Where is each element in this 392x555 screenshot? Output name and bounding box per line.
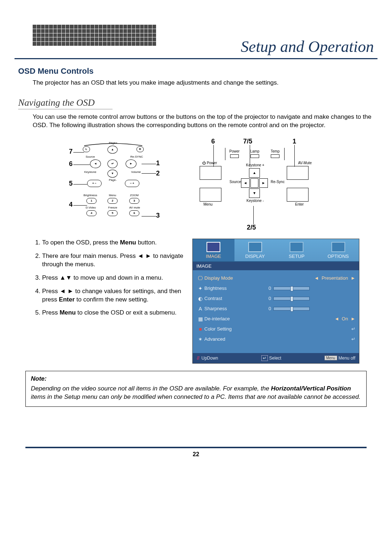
remote-source-label: Source bbox=[86, 155, 95, 158]
osd-body: 🖵 Display Mode ◄ Presentation ► ✦ Bright… bbox=[193, 270, 359, 353]
section-intro: The projector has an OSD that lets you m… bbox=[33, 79, 374, 87]
steps-list: To open the OSD, press the Menu button. … bbox=[33, 239, 185, 323]
osd-tab-image: IMAGE bbox=[193, 239, 234, 261]
enter-icon: ↵ bbox=[351, 326, 355, 332]
remote-pageup-button: ▲ bbox=[107, 146, 118, 154]
header-rule bbox=[15, 58, 377, 59]
remote-avmute-label: AV mute bbox=[129, 206, 140, 209]
osd-tab-image-label: IMAGE bbox=[206, 254, 221, 259]
note-body: Depending on the video source not all it… bbox=[31, 385, 360, 400]
remote-keystone-rocker: + − bbox=[87, 180, 102, 187]
deinterlace-icon: ▦ bbox=[196, 316, 204, 322]
osd-tab-setup-label: SETUP bbox=[289, 254, 305, 259]
remote-enter-button: ↵ bbox=[107, 159, 118, 168]
remote-callout-5: 5 bbox=[69, 180, 73, 187]
osd-footer-select: ↵Select bbox=[261, 355, 281, 361]
remote-btn-6: 6 bbox=[129, 210, 139, 216]
osd-tab-options-label: OPTIONS bbox=[327, 254, 349, 259]
panel-menu-label: Menu bbox=[199, 202, 217, 206]
step-2: There are four main menus. Press ◄ ► to … bbox=[42, 252, 185, 269]
panel-source-label: Source bbox=[226, 180, 241, 184]
remote-volume-label: Volume bbox=[131, 170, 141, 174]
osd-row-color-setting: ■ Color Setting ↵ bbox=[196, 324, 355, 334]
color-setting-icon: ■ bbox=[196, 326, 204, 332]
panel-right-button: ► bbox=[259, 178, 268, 188]
setup-tab-icon bbox=[290, 242, 303, 252]
osd-footer-menuoff: MenuMenu off bbox=[324, 356, 356, 361]
remote-zoom-label: ZOOM bbox=[130, 194, 139, 197]
osd-row-brightness: ✦ Brightness 0 bbox=[196, 283, 355, 293]
nav-intro: You can use the remote control arrow but… bbox=[33, 113, 374, 130]
panel-callout-1: 1 bbox=[293, 138, 296, 145]
remote-menu-label: Menu bbox=[109, 194, 116, 197]
panel-enter-label: Enter bbox=[290, 202, 309, 206]
nav-heading: Navigating the OSD bbox=[18, 97, 113, 109]
osd-screenshot: IMAGE DISPLAY SETUP OPTIONS IMAGE � bbox=[192, 239, 359, 364]
remote-callout-1: 1 bbox=[156, 159, 160, 167]
remote-brightness-label: Brightness bbox=[83, 194, 97, 197]
note-title: Note: bbox=[31, 375, 361, 383]
osd-tab-setup: SETUP bbox=[276, 239, 318, 261]
remote-left-button: ◄ bbox=[90, 159, 101, 168]
panel-keyminus-label: Keystone - bbox=[242, 199, 268, 203]
osd-row-contrast: ◐ Contrast 0 bbox=[196, 293, 355, 304]
panel-resync-label: Re-Sync bbox=[269, 180, 287, 184]
remote-R-button: R bbox=[136, 146, 144, 152]
osd-subheading: IMAGE bbox=[193, 262, 359, 270]
enter-icon: ↵ bbox=[351, 336, 355, 342]
osd-row-display-mode: 🖵 Display Mode ◄ Presentation ► bbox=[196, 273, 355, 283]
page-number: 22 bbox=[15, 451, 377, 458]
osd-tab-display-label: DISPLAY bbox=[245, 254, 265, 259]
display-mode-icon: 🖵 bbox=[196, 275, 204, 281]
osd-row-sharpness: A Sharpness 0 bbox=[196, 304, 355, 314]
panel-avmute-button bbox=[287, 166, 309, 180]
note-box: Note: Depending on the video source not … bbox=[25, 371, 367, 407]
footer-rule bbox=[25, 447, 367, 448]
remote-callout-2: 2 bbox=[156, 170, 160, 177]
remote-btn-1: 1 bbox=[86, 198, 97, 204]
diagram-row: 7 6 5 4 1 2 3 L R ▲ Page+ bbox=[33, 137, 374, 231]
panel-callout-7-5: 7/5 bbox=[243, 138, 252, 145]
osd-footer: ⇵UpDown ↵Select MenuMenu off bbox=[193, 353, 359, 363]
projector-panel-diagram: 6 7/5 1 2/5 Power Lamp Temp ⏻ Power AV-M… bbox=[181, 137, 327, 231]
remote-callout-3: 3 bbox=[156, 212, 160, 219]
panel-down-button: ▼ bbox=[249, 189, 260, 198]
step-5: Press Menu to close the OSD or exit a su… bbox=[42, 309, 185, 317]
remote-callout-6: 6 bbox=[69, 160, 73, 168]
panel-menu-button bbox=[200, 188, 221, 202]
step-4: Press ◄ ► to change values for settings,… bbox=[42, 287, 185, 304]
remote-btn-3: 3 bbox=[129, 198, 139, 204]
panel-left-button: ◄ bbox=[241, 178, 250, 188]
panel-enter-button bbox=[287, 188, 309, 202]
osd-tab-display: DISPLAY bbox=[234, 239, 276, 261]
remote-volume-rocker: − + bbox=[125, 180, 139, 187]
remote-keystone-label: Keystone bbox=[84, 170, 96, 174]
display-tab-icon bbox=[248, 242, 262, 252]
contrast-icon: ◐ bbox=[196, 296, 204, 301]
osd-row-advanced: ✶ Advanced ↵ bbox=[196, 334, 355, 344]
options-tab-icon bbox=[331, 242, 345, 252]
osd-row-deinterlace: ▦ De-interlace ◄ On ► bbox=[196, 314, 355, 324]
remote-right-button: ► bbox=[126, 159, 136, 168]
step-1: To open the OSD, press the Menu button. bbox=[42, 239, 185, 247]
remote-callout-7: 7 bbox=[69, 148, 73, 155]
panel-callout-2-5: 2/5 bbox=[247, 224, 256, 231]
osd-tabs: IMAGE DISPLAY SETUP OPTIONS bbox=[193, 239, 359, 262]
lower-row: To open the OSD, press the Menu button. … bbox=[33, 239, 374, 364]
remote-btn-4: 4 bbox=[86, 210, 97, 216]
remote-callout-4: 4 bbox=[69, 201, 73, 208]
image-tab-icon bbox=[207, 242, 220, 252]
section-heading: OSD Menu Controls bbox=[18, 66, 374, 76]
osd-tab-options: OPTIONS bbox=[318, 239, 359, 261]
advanced-icon: ✶ bbox=[196, 336, 204, 342]
panel-avmute-label: AV-Mute bbox=[294, 161, 316, 165]
panel-callout-6: 6 bbox=[211, 138, 215, 145]
remote-dvideo-label: D.Video bbox=[86, 206, 96, 209]
remote-btn-2: 2 bbox=[107, 198, 118, 204]
remote-pagedn-button: ▼ bbox=[107, 170, 118, 178]
brightness-icon: ✦ bbox=[196, 285, 204, 291]
remote-btn-5: 5 bbox=[107, 210, 118, 216]
remote-diagram: 7 6 5 4 1 2 3 L R ▲ Page+ bbox=[33, 137, 171, 231]
remote-resync-label: Re-SYNC bbox=[130, 155, 143, 158]
remote-freeze-label: Freeze bbox=[108, 206, 117, 209]
